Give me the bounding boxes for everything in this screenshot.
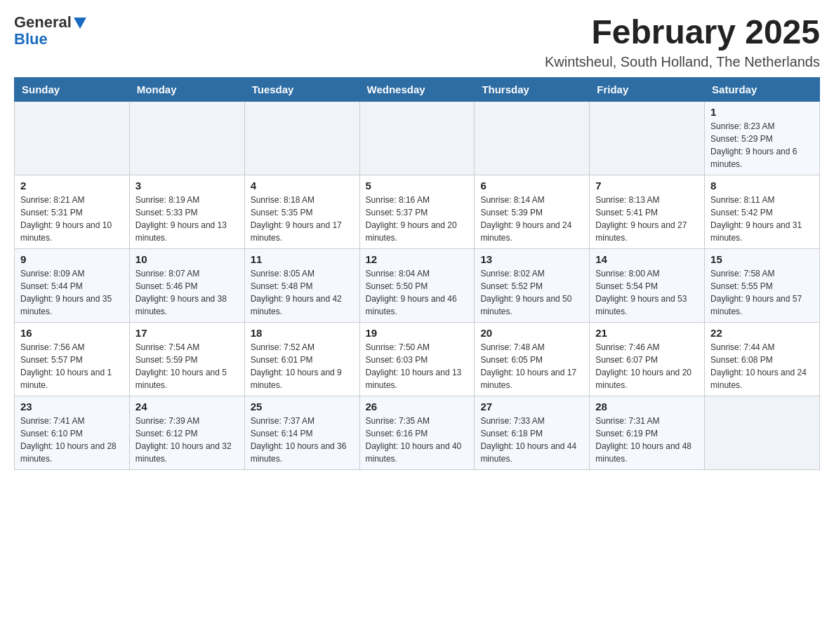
day-number: 28 (595, 401, 699, 412)
calendar-cell: 9Sunrise: 8:09 AM Sunset: 5:44 PM Daylig… (15, 248, 130, 322)
day-info: Sunrise: 7:31 AM Sunset: 6:19 PM Dayligh… (595, 415, 699, 465)
calendar-cell (129, 101, 244, 175)
calendar-header-row: SundayMondayTuesdayWednesdayThursdayFrid… (15, 77, 820, 101)
day-number: 11 (251, 253, 354, 265)
logo-general: General (14, 14, 72, 31)
calendar-cell (705, 396, 820, 469)
day-number: 8 (710, 180, 814, 192)
calendar-cell: 3Sunrise: 8:19 AM Sunset: 5:33 PM Daylig… (129, 175, 244, 248)
calendar-week-row: 1Sunrise: 8:23 AM Sunset: 5:29 PM Daylig… (15, 101, 820, 175)
calendar-week-row: 2Sunrise: 8:21 AM Sunset: 5:31 PM Daylig… (15, 175, 820, 248)
day-info: Sunrise: 7:46 AM Sunset: 6:07 PM Dayligh… (595, 341, 699, 391)
day-number: 16 (20, 327, 124, 339)
calendar-header-monday: Monday (129, 77, 244, 101)
location-subtitle: Kwintsheul, South Holland, The Netherlan… (545, 54, 820, 70)
calendar-cell: 28Sunrise: 7:31 AM Sunset: 6:19 PM Dayli… (590, 396, 705, 469)
day-number: 9 (20, 253, 124, 265)
logo-blue: Blue (14, 30, 48, 48)
day-info: Sunrise: 8:19 AM Sunset: 5:33 PM Dayligh… (135, 194, 239, 244)
day-info: Sunrise: 7:41 AM Sunset: 6:10 PM Dayligh… (20, 415, 124, 465)
calendar-cell (244, 101, 359, 175)
day-number: 21 (595, 327, 699, 339)
day-info: Sunrise: 8:02 AM Sunset: 5:52 PM Dayligh… (480, 267, 583, 318)
day-number: 2 (20, 180, 124, 192)
day-number: 27 (480, 401, 583, 412)
month-year-title: February 2025 (545, 14, 820, 51)
day-info: Sunrise: 8:14 AM Sunset: 5:39 PM Dayligh… (480, 194, 583, 244)
calendar-cell: 15Sunrise: 7:58 AM Sunset: 5:55 PM Dayli… (705, 248, 820, 322)
calendar-header-saturday: Saturday (705, 77, 820, 101)
day-number: 5 (366, 180, 469, 192)
day-info: Sunrise: 8:16 AM Sunset: 5:37 PM Dayligh… (366, 194, 469, 244)
day-info: Sunrise: 8:07 AM Sunset: 5:46 PM Dayligh… (135, 267, 239, 318)
day-info: Sunrise: 8:05 AM Sunset: 5:48 PM Dayligh… (251, 267, 354, 318)
day-number: 13 (480, 253, 583, 265)
calendar-cell (359, 101, 475, 175)
calendar-header-friday: Friday (590, 77, 705, 101)
calendar-cell: 5Sunrise: 8:16 AM Sunset: 5:37 PM Daylig… (359, 175, 475, 248)
calendar-header-tuesday: Tuesday (244, 77, 359, 101)
day-number: 4 (251, 180, 354, 192)
day-info: Sunrise: 7:35 AM Sunset: 6:16 PM Dayligh… (366, 415, 469, 465)
calendar-cell: 11Sunrise: 8:05 AM Sunset: 5:48 PM Dayli… (244, 248, 359, 322)
day-info: Sunrise: 8:11 AM Sunset: 5:42 PM Dayligh… (710, 194, 814, 244)
calendar-cell: 13Sunrise: 8:02 AM Sunset: 5:52 PM Dayli… (475, 248, 590, 322)
day-info: Sunrise: 7:37 AM Sunset: 6:14 PM Dayligh… (251, 415, 354, 465)
day-number: 12 (366, 253, 469, 265)
day-info: Sunrise: 8:00 AM Sunset: 5:54 PM Dayligh… (595, 267, 699, 318)
day-number: 1 (710, 106, 814, 118)
day-number: 23 (20, 401, 124, 412)
day-info: Sunrise: 7:44 AM Sunset: 6:08 PM Dayligh… (710, 341, 814, 391)
day-info: Sunrise: 7:39 AM Sunset: 6:12 PM Dayligh… (135, 415, 239, 465)
day-number: 15 (710, 253, 814, 265)
calendar-cell: 22Sunrise: 7:44 AM Sunset: 6:08 PM Dayli… (705, 322, 820, 396)
day-info: Sunrise: 7:58 AM Sunset: 5:55 PM Dayligh… (710, 267, 814, 318)
day-info: Sunrise: 7:33 AM Sunset: 6:18 PM Dayligh… (480, 415, 583, 465)
calendar-cell: 8Sunrise: 8:11 AM Sunset: 5:42 PM Daylig… (705, 175, 820, 248)
calendar-cell: 4Sunrise: 8:18 AM Sunset: 5:35 PM Daylig… (244, 175, 359, 248)
day-number: 20 (480, 327, 583, 339)
title-block: February 2025 Kwintsheul, South Holland,… (545, 14, 820, 70)
day-number: 3 (135, 180, 239, 192)
calendar-cell: 17Sunrise: 7:54 AM Sunset: 5:59 PM Dayli… (129, 322, 244, 396)
calendar-cell: 27Sunrise: 7:33 AM Sunset: 6:18 PM Dayli… (475, 396, 590, 469)
calendar-cell: 24Sunrise: 7:39 AM Sunset: 6:12 PM Dayli… (129, 396, 244, 469)
day-info: Sunrise: 8:18 AM Sunset: 5:35 PM Dayligh… (251, 194, 354, 244)
calendar-cell (590, 101, 705, 175)
calendar-cell: 26Sunrise: 7:35 AM Sunset: 6:16 PM Dayli… (359, 396, 475, 469)
day-number: 14 (595, 253, 699, 265)
day-info: Sunrise: 8:13 AM Sunset: 5:41 PM Dayligh… (595, 194, 699, 244)
page-header: General Blue February 2025 Kwintsheul, S… (14, 14, 820, 70)
logo: General Blue (14, 14, 86, 48)
calendar-cell: 19Sunrise: 7:50 AM Sunset: 6:03 PM Dayli… (359, 322, 475, 396)
calendar-cell: 2Sunrise: 8:21 AM Sunset: 5:31 PM Daylig… (15, 175, 130, 248)
calendar-header-thursday: Thursday (475, 77, 590, 101)
day-number: 18 (251, 327, 354, 339)
day-number: 7 (595, 180, 699, 192)
day-info: Sunrise: 7:54 AM Sunset: 5:59 PM Dayligh… (135, 341, 239, 391)
day-number: 19 (366, 327, 469, 339)
calendar-cell (475, 101, 590, 175)
day-number: 26 (366, 401, 469, 412)
day-info: Sunrise: 7:48 AM Sunset: 6:05 PM Dayligh… (480, 341, 583, 391)
day-info: Sunrise: 7:56 AM Sunset: 5:57 PM Dayligh… (20, 341, 124, 391)
day-number: 25 (251, 401, 354, 412)
day-number: 10 (135, 253, 239, 265)
calendar-cell: 6Sunrise: 8:14 AM Sunset: 5:39 PM Daylig… (475, 175, 590, 248)
calendar-cell (15, 101, 130, 175)
day-number: 17 (135, 327, 239, 339)
calendar-cell: 25Sunrise: 7:37 AM Sunset: 6:14 PM Dayli… (244, 396, 359, 469)
day-info: Sunrise: 8:21 AM Sunset: 5:31 PM Dayligh… (20, 194, 124, 244)
calendar-cell: 7Sunrise: 8:13 AM Sunset: 5:41 PM Daylig… (590, 175, 705, 248)
day-info: Sunrise: 8:09 AM Sunset: 5:44 PM Dayligh… (20, 267, 124, 318)
day-number: 22 (710, 327, 814, 339)
calendar-week-row: 16Sunrise: 7:56 AM Sunset: 5:57 PM Dayli… (15, 322, 820, 396)
calendar-cell: 14Sunrise: 8:00 AM Sunset: 5:54 PM Dayli… (590, 248, 705, 322)
calendar-cell: 20Sunrise: 7:48 AM Sunset: 6:05 PM Dayli… (475, 322, 590, 396)
day-info: Sunrise: 8:23 AM Sunset: 5:29 PM Dayligh… (710, 120, 814, 170)
calendar-cell: 1Sunrise: 8:23 AM Sunset: 5:29 PM Daylig… (705, 101, 820, 175)
day-info: Sunrise: 8:04 AM Sunset: 5:50 PM Dayligh… (366, 267, 469, 318)
day-info: Sunrise: 7:50 AM Sunset: 6:03 PM Dayligh… (366, 341, 469, 391)
calendar-week-row: 23Sunrise: 7:41 AM Sunset: 6:10 PM Dayli… (15, 396, 820, 469)
calendar-cell: 21Sunrise: 7:46 AM Sunset: 6:07 PM Dayli… (590, 322, 705, 396)
